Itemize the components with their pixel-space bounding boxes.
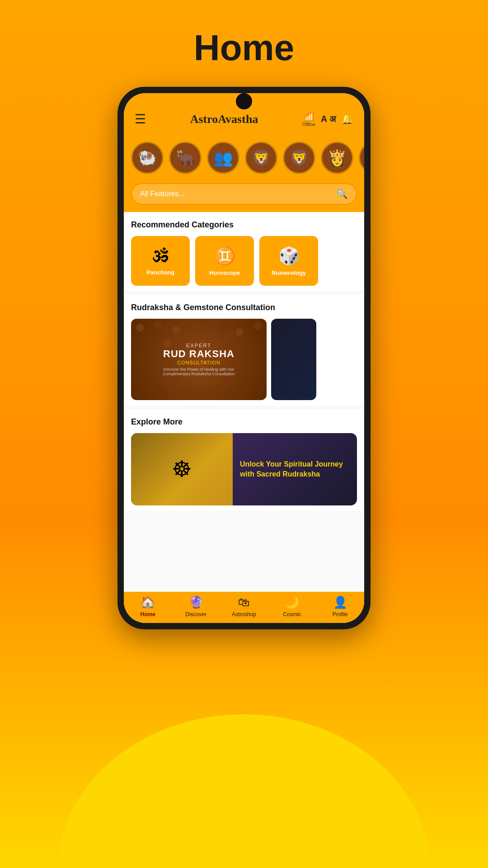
- astroshop-nav-icon: 🛍: [238, 595, 250, 609]
- recommended-categories-section: Recommended Categories 🕉 Panchang ♊ Horo…: [124, 212, 364, 291]
- search-icon: 🔍: [337, 189, 348, 199]
- zodiac-gemini[interactable]: 👥: [207, 142, 239, 174]
- explore-section: Explore More ☸ Unlock Your Spiritual Jou…: [124, 409, 364, 511]
- profile-nav-icon: 👤: [333, 595, 347, 609]
- zodiac-aries[interactable]: 🐏: [131, 142, 164, 174]
- nav-item-astroshop[interactable]: 🛍 Astroshop: [226, 595, 262, 618]
- numerology-icon: 🎲: [278, 246, 300, 266]
- panchang-icon: 🕉: [152, 246, 169, 265]
- banner-expert-label: EXPERT: [154, 343, 244, 348]
- banner-text: EXPERT RUD RAKSHA CONSULTATION Discover …: [154, 343, 244, 376]
- zodiac-taurus[interactable]: 🐂: [169, 142, 202, 174]
- zodiac-cancer[interactable]: 🦁: [245, 142, 277, 174]
- second-banner-card[interactable]: [271, 319, 316, 400]
- numerology-label: Numerology: [272, 269, 306, 276]
- language-icon[interactable]: A अ: [321, 114, 336, 124]
- app-logo: AstroAvastha: [190, 113, 258, 126]
- nav-item-discover[interactable]: 🔮 Discover: [178, 595, 214, 618]
- search-bar[interactable]: All Features... 🔍: [131, 183, 357, 205]
- category-horoscope[interactable]: ♊ Horoscope: [195, 236, 254, 286]
- cosmic-nav-label: Cosmic: [283, 611, 301, 618]
- banner-desc: Discover the Power of Healing with Our C…: [154, 367, 244, 376]
- rudraksha-section: Rudraksha & Gemstone Consultation EXPERT…: [124, 295, 364, 406]
- discover-nav-icon: 🔮: [189, 595, 203, 609]
- nav-item-home[interactable]: 🏠 Home: [130, 595, 166, 618]
- home-nav-label: Home: [141, 611, 155, 618]
- astroshop-nav-label: Astroshop: [232, 611, 256, 618]
- banner-main-title: RUD RAKSHA: [154, 348, 244, 360]
- discover-nav-label: Discover: [185, 611, 206, 618]
- wifi-icon: 📶: [303, 111, 314, 122]
- logo-text: AstroAvastha: [190, 113, 258, 126]
- banner-row: EXPERT RUD RAKSHA CONSULTATION Discover …: [131, 319, 357, 400]
- home-nav-icon: 🏠: [141, 595, 155, 609]
- panchang-label: Panchang: [146, 269, 174, 276]
- explore-title: Explore More: [131, 417, 357, 427]
- profile-nav-label: Profile: [333, 611, 348, 618]
- page-title: Home: [194, 27, 294, 69]
- offline-label: Offline: [302, 122, 315, 127]
- nav-item-profile[interactable]: 👤 Profile: [322, 595, 358, 618]
- notification-bell-icon[interactable]: 🔔: [341, 113, 353, 125]
- category-numerology[interactable]: 🎲 Numerology: [259, 236, 318, 286]
- zodiac-virgo[interactable]: 👸: [321, 142, 353, 174]
- rudraksha-decoration-icon: ☸: [172, 456, 192, 482]
- nav-item-cosmic[interactable]: 🌙 Cosmic: [274, 595, 310, 618]
- rudraksha-title: Rudraksha & Gemstone Consultation: [131, 303, 357, 312]
- explore-card[interactable]: ☸ Unlock Your Spiritual Journey with Sac…: [131, 433, 357, 505]
- horoscope-label: Horoscope: [209, 269, 240, 276]
- category-panchang[interactable]: 🕉 Panchang: [131, 236, 190, 286]
- zodiac-libra[interactable]: ⚖️: [359, 142, 364, 174]
- zodiac-leo[interactable]: 🦁: [283, 142, 315, 174]
- bottom-arc-decoration: [59, 714, 429, 868]
- screen-content: 🐏 🐂 👥 🦁 🦁 👸 ⚖️: [124, 134, 364, 592]
- menu-icon[interactable]: ☰: [135, 112, 146, 127]
- explore-card-right: Unlock Your Spiritual Journey with Sacre…: [233, 452, 357, 487]
- header-icons: 📶 Offline A अ 🔔: [302, 111, 353, 127]
- phone-notch: [236, 93, 252, 109]
- phone-screen: ☰ AstroAvastha 📶 Offline A अ 🔔 🐏: [124, 93, 364, 623]
- search-placeholder-text: All Features...: [140, 190, 332, 198]
- explore-card-left: ☸: [131, 433, 233, 505]
- explore-card-title: Unlock Your Spiritual Journey with Sacre…: [240, 459, 350, 480]
- rudraksha-banner-card[interactable]: EXPERT RUD RAKSHA CONSULTATION Discover …: [131, 319, 267, 400]
- banner-subtitle: CONSULTATION: [154, 360, 244, 365]
- bottom-nav: 🏠 Home 🔮 Discover 🛍 Astroshop 🌙 Cosmic 👤…: [124, 592, 364, 623]
- wifi-status-block: 📶 Offline: [302, 111, 315, 127]
- zodiac-row: 🐏 🐂 👥 🦁 🦁 👸 ⚖️: [124, 134, 364, 183]
- banner-bg: EXPERT RUD RAKSHA CONSULTATION Discover …: [131, 319, 267, 400]
- cosmic-nav-icon: 🌙: [285, 595, 299, 609]
- search-section: All Features... 🔍: [124, 183, 364, 212]
- categories-row: 🕉 Panchang ♊ Horoscope 🎲 Numerology: [131, 236, 357, 286]
- recommended-title: Recommended Categories: [131, 220, 357, 230]
- horoscope-icon: ♊: [214, 246, 235, 266]
- phone-frame: ☰ AstroAvastha 📶 Offline A अ 🔔 🐏: [117, 87, 371, 629]
